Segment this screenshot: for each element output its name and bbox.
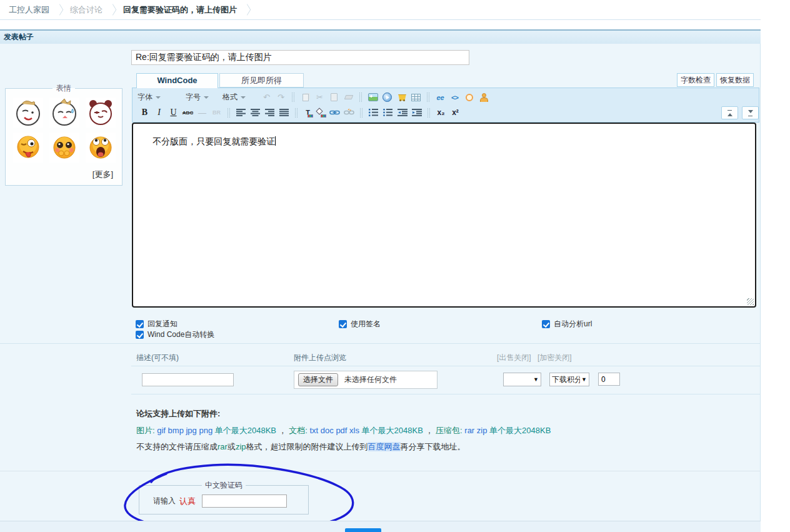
insert-table-icon[interactable] (410, 92, 422, 103)
sweating-white-face-icon[interactable] (49, 98, 79, 128)
toolbar-separator (359, 93, 362, 102)
remove-link-icon[interactable] (343, 107, 355, 118)
divider (131, 366, 761, 366)
line-break-icon[interactable]: BR (211, 107, 222, 118)
choose-file-button[interactable]: 选择文件 (298, 373, 338, 386)
attachment-encrypt-header: [加密关闭] (538, 353, 572, 363)
align-center-icon[interactable] (249, 107, 261, 118)
strikethrough-icon[interactable]: ABC (182, 107, 194, 118)
captcha-input[interactable] (202, 494, 287, 508)
cut-icon[interactable]: ✂ (314, 92, 326, 103)
credit-type-select[interactable]: 下载积分▼ (549, 373, 589, 386)
toolbar-separator (360, 108, 362, 118)
bold-icon[interactable]: B (139, 107, 151, 118)
scroll-to-bottom-button[interactable] (742, 106, 759, 119)
text-caret (275, 136, 276, 146)
breadcrumb-home[interactable]: 工控人家园 (9, 4, 49, 16)
captcha-prompt: 请输入 (153, 496, 176, 506)
toolbar-separator (295, 108, 298, 118)
italic-icon[interactable]: I (153, 107, 165, 118)
price-input[interactable] (598, 373, 620, 386)
superscript-icon[interactable]: x² (449, 107, 461, 118)
sell-attachment-icon[interactable] (396, 92, 408, 103)
divider (131, 394, 761, 394)
smug-white-face-icon[interactable] (13, 98, 43, 128)
sell-price-select[interactable]: ▼ (503, 373, 541, 386)
undo-icon[interactable]: ↶ (261, 92, 272, 103)
captcha-legend: 中文验证码 (202, 480, 246, 491)
insert-image-icon[interactable] (367, 92, 379, 103)
toolbar-separator (292, 93, 294, 102)
submit-button-partial[interactable] (345, 528, 381, 532)
code-icon[interactable]: <> (449, 92, 461, 103)
arrow-up-icon (728, 111, 732, 116)
breadcrumb-forum[interactable]: 综合讨论 (70, 4, 102, 16)
blush-emoji-icon[interactable] (49, 133, 79, 163)
horizontal-rule-icon[interactable]: — (196, 107, 208, 118)
chevron-right-icon (244, 4, 251, 15)
ordered-list-icon[interactable] (368, 107, 379, 118)
captcha-word: 认真 (179, 496, 196, 507)
tab-windcode[interactable]: WindCode (136, 73, 218, 88)
shocked-emoji-icon[interactable] (86, 133, 116, 163)
breadcrumb: 工控人家园 综合讨论 回复需要验证码的，请上传图片 (0, 0, 761, 20)
post-form: 表情 (0, 44, 761, 532)
attachment-description-input[interactable] (142, 373, 234, 386)
wink-tongue-emoji-icon[interactable] (13, 133, 43, 163)
outdent-icon[interactable] (396, 107, 408, 118)
chevron-right-icon (109, 4, 116, 15)
panda-face-icon[interactable] (86, 98, 116, 128)
quote-icon[interactable]: ee (434, 92, 446, 103)
background-color-icon[interactable] (316, 108, 326, 118)
tab-wysiwyg[interactable]: 所见即所得 (219, 73, 304, 88)
font-family-dropdown[interactable]: 字体 (138, 92, 161, 103)
indent-icon[interactable] (411, 107, 422, 118)
font-size-dropdown[interactable]: 字号 (186, 92, 209, 103)
at-user-icon[interactable] (478, 92, 489, 103)
eraser-icon[interactable] (342, 92, 354, 103)
align-right-icon[interactable] (264, 107, 276, 118)
checkbox-checked[interactable] (136, 331, 144, 339)
paste-icon[interactable] (328, 92, 340, 103)
divider (0, 343, 761, 344)
scroll-to-top-button[interactable] (721, 106, 738, 119)
toolbar-separator (427, 93, 429, 102)
align-justify-icon[interactable] (278, 107, 290, 118)
checkbox-checked[interactable] (136, 320, 144, 328)
word-count-button[interactable]: 字数检查 (677, 73, 714, 87)
baidu-netdisk-link[interactable]: 百度网盘 (368, 442, 401, 451)
redo-icon[interactable]: ↷ (275, 92, 287, 103)
select-arrow-icon: ▼ (581, 376, 587, 383)
attachment-desc-header: 描述(可不填) (136, 353, 179, 363)
breadcrumb-thread-title: 回复需要验证码的，请上传图片 (123, 4, 237, 16)
emoticon-panel: 表情 (5, 83, 122, 186)
checkbox-checked[interactable] (542, 320, 550, 328)
message-editor[interactable]: 不分版面，只要回复就需要验证 (132, 123, 756, 308)
insert-media-icon[interactable] (381, 92, 393, 103)
copy-icon[interactable] (299, 92, 311, 103)
more-emoticons-link[interactable]: [更多] (92, 169, 113, 180)
hidden-content-icon[interactable] (463, 92, 475, 103)
post-title-input[interactable] (131, 50, 469, 65)
font-color-icon[interactable]: T (302, 108, 313, 118)
resize-handle[interactable] (747, 298, 754, 305)
arrow-down-icon (748, 110, 753, 116)
divider (0, 471, 761, 471)
editor-toolbar: 字体 字号 格式 ↶ ↷ ✂ (132, 88, 759, 123)
insert-link-icon[interactable] (329, 107, 341, 118)
restore-data-button[interactable]: 恢复数据 (716, 73, 754, 87)
option-auto-parse-url: 自动分析url (542, 319, 592, 329)
upload-rules-line2: 不支持的文件请压缩成rar或zip格式，超过限制的附件建议上传到百度网盘再分享下… (136, 441, 466, 453)
chevron-down-icon (241, 96, 246, 101)
unordered-list-icon[interactable] (382, 107, 394, 118)
option-reply-notify: 回复通知 (136, 319, 178, 329)
format-dropdown[interactable]: 格式 (222, 92, 246, 103)
post-editor-page: 工控人家园 综合讨论 回复需要验证码的，请上传图片 发表帖子 表情 (0, 0, 790, 532)
file-status-text: 未选择任何文件 (344, 374, 397, 385)
subscript-icon[interactable]: x₂ (435, 107, 447, 118)
underline-icon[interactable]: U (168, 107, 179, 118)
checkbox-checked[interactable] (339, 320, 347, 328)
align-left-icon[interactable] (235, 107, 247, 118)
attachment-sell-header: [出售关闭] (497, 353, 531, 363)
toolbar-separator (428, 108, 430, 118)
